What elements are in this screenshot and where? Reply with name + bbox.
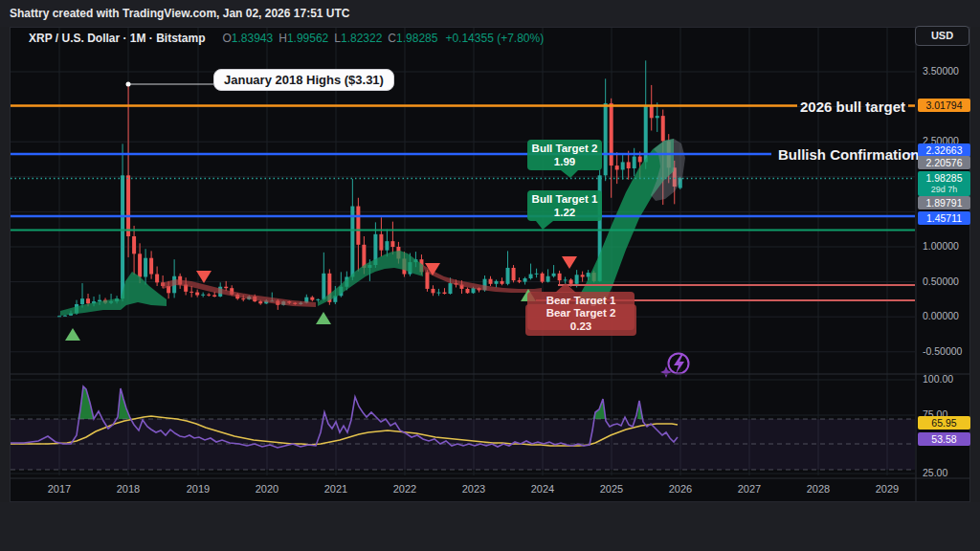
label-bullish-confirmation[interactable]: Bullish Confirmation	[778, 146, 920, 163]
tradingview-chart-screenshot: Shattry created with TradingView.com, Ja…	[0, 0, 980, 551]
bull-target-1-title: Bull Target 1	[527, 192, 602, 206]
low-value: 1.82322	[341, 32, 382, 45]
symbol-title: XRP / U.S. Dollar · 1M · Bitstamp	[29, 32, 205, 45]
year-label: 2027	[733, 483, 766, 495]
price-tick: 25.00	[923, 467, 947, 478]
close-key: C	[388, 32, 396, 45]
price-label: 65.95	[918, 416, 970, 430]
price-tick: 100.00	[923, 373, 953, 385]
bull-target-1-value: 1.22	[527, 206, 602, 219]
year-label: 2024	[526, 483, 559, 495]
year-label: 2018	[112, 483, 145, 495]
high-value: 1.99562	[287, 32, 328, 45]
price-tick: 3.50000	[923, 65, 959, 77]
bull-target-2-title: Bull Target 2	[527, 142, 602, 155]
price-label: 2.20576	[918, 156, 970, 169]
change-value: +0.14355 (+7.80%)	[445, 32, 544, 45]
label-2026-bull-target[interactable]: 2026 bull target	[800, 99, 905, 115]
year-label: 2020	[251, 483, 283, 495]
year-label: 2019	[182, 483, 214, 495]
price-scale[interactable]: 3.500002.500001.000000.500000.00000-0.50…	[917, 27, 972, 502]
open-value: 1.83943	[232, 32, 273, 45]
callout-january-2018-text: January 2018 Highs ($3.31)	[224, 73, 384, 87]
year-label: 2017	[43, 483, 76, 495]
price-label: 1.9828529d 7h	[918, 171, 970, 196]
price-tick: 1.00000	[923, 240, 959, 252]
price-tick: 0.50000	[923, 276, 959, 287]
countdown-timer: 29d 7h	[918, 184, 970, 195]
price-tick: 0.00000	[923, 310, 959, 321]
year-label: 2026	[664, 483, 697, 495]
close-value: 1.98285	[396, 32, 437, 45]
bear-target-2-value: 0.23	[525, 320, 636, 333]
open-key: O	[222, 32, 231, 45]
price-label: 2.32663	[918, 143, 970, 157]
year-label: 2023	[457, 483, 490, 495]
year-label: 2029	[871, 483, 903, 495]
bear-target-2-title: Bear Target 2	[525, 306, 636, 320]
callout-bull-target-1[interactable]: Bull Target 1 1.22	[527, 190, 602, 221]
price-label: 1.45711	[918, 211, 970, 225]
bull-target-2-value: 1.99	[527, 155, 602, 168]
label-2026-bull-target-text: 2026 bull target	[800, 99, 905, 115]
symbol-legend[interactable]: XRP / U.S. Dollar · 1M · BitstampO1.8394…	[29, 32, 544, 45]
label-bullish-confirmation-text: Bullish Confirmation	[778, 146, 920, 163]
low-key: L	[334, 32, 341, 45]
year-label: 2021	[320, 483, 352, 495]
price-label: 3.01794	[918, 99, 970, 112]
price-label: 1.89791	[918, 196, 970, 209]
price-tick: -0.50000	[923, 345, 962, 357]
high-key: H	[278, 32, 287, 45]
year-label: 2025	[595, 483, 628, 495]
callout-january-2018-highs[interactable]: January 2018 Highs ($3.31)	[213, 69, 394, 91]
time-axis[interactable]: 2017201820192020202120222023202420252026…	[10, 478, 970, 502]
year-label: 2028	[802, 483, 835, 495]
price-label: 53.58	[918, 432, 970, 446]
attribution-bar: Shattry created with TradingView.com, Ja…	[0, 0, 980, 27]
attribution-text: Shattry created with TradingView.com, Ja…	[10, 7, 349, 20]
year-label: 2022	[389, 483, 421, 495]
footer-bar: TradingView	[0, 502, 980, 551]
callout-bear-target-2[interactable]: Bear Target 2 0.23	[525, 304, 636, 336]
callout-bull-target-2[interactable]: Bull Target 2 1.99	[527, 140, 602, 170]
